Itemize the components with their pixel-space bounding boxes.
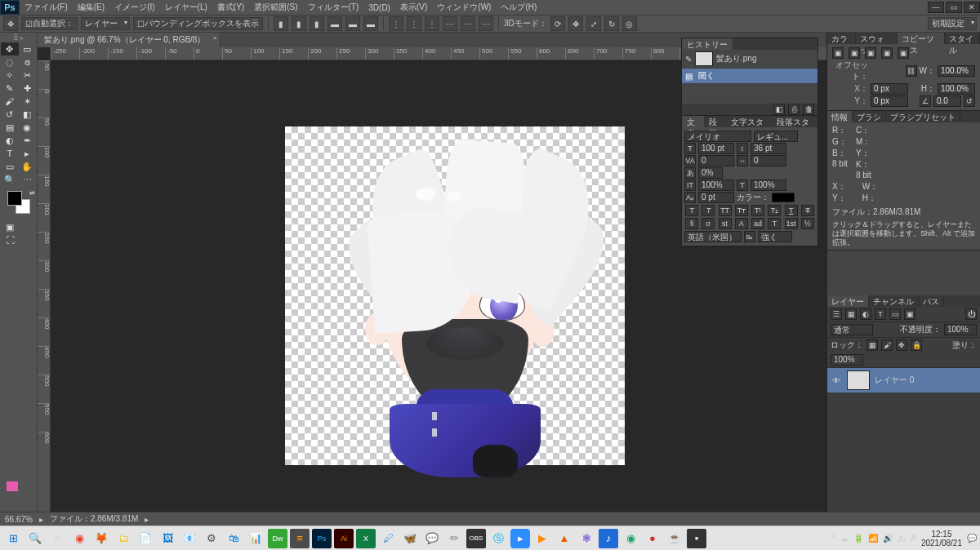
color-swatches[interactable]: ⇄ <box>7 191 32 215</box>
zoom-arrow-icon[interactable]: ▸ <box>39 515 43 524</box>
baseline-input[interactable]: 0 pt <box>698 192 734 203</box>
menu-layer[interactable]: レイヤー(L) <box>160 0 212 15</box>
antialias-select[interactable]: 強く <box>758 231 792 242</box>
hand-tool[interactable]: ✋ <box>19 160 37 173</box>
menu-window[interactable]: ウィンドウ(W) <box>432 0 496 15</box>
maximize-button[interactable]: ▭ <box>946 2 962 13</box>
mode3d-camera-icon[interactable]: ◎ <box>622 16 637 31</box>
filter-smart-icon[interactable]: ▣ <box>904 308 915 320</box>
channels-tab[interactable]: チャンネル <box>869 295 919 307</box>
layer-name[interactable]: レイヤー 0 <box>875 375 914 386</box>
outlook-icon[interactable]: 📧 <box>180 529 199 548</box>
brush-preset-tab[interactable]: ブラシプリセット <box>886 111 960 122</box>
paths-tab[interactable]: パス <box>919 295 944 307</box>
fill-input[interactable]: 100% <box>831 354 863 366</box>
auto-select-target-select[interactable]: レイヤー <box>81 17 130 30</box>
tray-cloud-icon[interactable]: ☁ <box>840 534 849 543</box>
app-icon-4[interactable]: ❃ <box>577 529 596 548</box>
menu-file[interactable]: ファイル(F) <box>20 0 73 15</box>
foreground-swatch[interactable] <box>7 191 22 206</box>
layer-filter-kind-icon[interactable]: ☰ <box>831 308 842 320</box>
history-tab[interactable]: ヒストリー <box>682 38 733 50</box>
filter-type-icon[interactable]: T <box>875 308 886 320</box>
clone-tool[interactable]: ✶ <box>19 95 37 108</box>
distribute-h2-icon[interactable]: ⋮ <box>407 16 421 31</box>
menu-type[interactable]: 書式(Y) <box>212 0 249 15</box>
align-vcenter-icon[interactable]: ▬ <box>345 16 360 31</box>
history-document-row[interactable]: ✎ 髪あり.png <box>682 50 817 69</box>
menu-edit[interactable]: 編集(E) <box>73 0 109 15</box>
move-tool[interactable]: ✥ <box>1 42 19 55</box>
mode3d-pan-icon[interactable]: ✥ <box>568 16 583 31</box>
lock-transparency-icon[interactable]: ▦ <box>866 339 878 351</box>
pen-tool[interactable]: ✒ <box>19 134 37 147</box>
menu-view[interactable]: 表示(V) <box>395 0 432 15</box>
ruler-vertical[interactable]: -50050100150200250300350400450500550600 <box>38 60 51 512</box>
menu-image[interactable]: イメージ(I) <box>109 0 159 15</box>
menu-3d[interactable]: 3D(D) <box>363 2 395 14</box>
file-info-arrow-icon[interactable]: ▸ <box>145 515 149 524</box>
blend-mode-select[interactable]: 通常 <box>831 324 873 335</box>
font-size-input[interactable]: 100 pt <box>698 143 734 154</box>
cortana-icon[interactable]: ○ <box>47 529 67 548</box>
photoshop-taskbar-icon[interactable]: Ps <box>312 529 332 548</box>
app-icon-5[interactable]: ◉ <box>621 529 640 548</box>
eyedropper-tool[interactable]: ✎ <box>1 82 19 95</box>
explorer-icon[interactable]: 🗂 <box>114 529 133 548</box>
zoom-tool[interactable]: 🔍 <box>1 173 19 186</box>
file-info-readout[interactable]: ファイル：2.86M/3.81M <box>50 513 138 525</box>
tracking-input[interactable]: 0 <box>751 155 786 166</box>
align-right-icon[interactable]: ▮ <box>310 16 324 31</box>
illustrator-icon[interactable]: Ai <box>334 529 354 548</box>
quickmask-toggle[interactable]: ▣ <box>1 220 19 233</box>
tray-chevron-icon[interactable]: ^ <box>832 534 836 543</box>
color-tab[interactable]: カラー <box>827 33 856 44</box>
text-color-swatch[interactable] <box>772 193 795 202</box>
underline-button[interactable]: T <box>785 205 798 216</box>
align-hcenter-icon[interactable]: ▮ <box>292 16 306 31</box>
sublime-icon[interactable]: ≡ <box>290 529 310 548</box>
mode3d-orbit-icon[interactable]: ⟳ <box>550 16 565 31</box>
screenmode-toggle[interactable]: ⛶ <box>1 233 19 246</box>
lasso-tool[interactable]: ɞ <box>19 55 37 69</box>
magic-wand-tool[interactable]: ✧ <box>1 69 19 82</box>
tray-input-icon[interactable]: A <box>911 534 916 543</box>
strikethrough-button[interactable]: T <box>801 205 814 216</box>
workspace-switcher[interactable]: 初期設定 <box>928 17 977 30</box>
lock-position-icon[interactable]: ✥ <box>896 339 907 351</box>
char-tab[interactable]: 文字 <box>682 116 704 127</box>
app-icon-6[interactable]: ☕ <box>665 529 684 548</box>
auto-select-checkbox[interactable]: ☑ 自動選択： <box>21 17 78 30</box>
visibility-toggle-icon[interactable]: 👁 <box>831 375 842 386</box>
brush-tab[interactable]: ブラシ <box>853 111 886 122</box>
excel-icon[interactable]: X <box>356 529 376 548</box>
tray-ime-icon[interactable]: あ <box>898 533 906 544</box>
align-left-icon[interactable]: ▮ <box>274 16 288 31</box>
history-brush-tool[interactable]: ↺ <box>1 108 19 121</box>
ot-stylistic-button[interactable]: ad <box>751 218 764 229</box>
menu-select[interactable]: 選択範囲(S) <box>249 0 302 15</box>
ot-titling-button[interactable]: T <box>768 218 781 229</box>
distribute-v3-icon[interactable]: ⋯ <box>479 16 493 31</box>
obs-icon[interactable]: OBS <box>466 529 486 548</box>
menu-filter[interactable]: フィルター(T) <box>303 0 364 15</box>
minimize-button[interactable]: — <box>928 2 944 13</box>
chrome-icon[interactable]: ◉ <box>69 529 89 548</box>
settings-icon[interactable]: ⚙ <box>202 529 221 548</box>
show-bbox-checkbox[interactable]: ☐ バウンディングボックスを表示 <box>133 17 263 30</box>
history-panel[interactable]: ヒストリー ✎ 髪あり.png ▤ 開く ◧ ⎙ 🗑 <box>681 38 818 116</box>
edit-toolbar[interactable]: ⋯ <box>19 173 37 186</box>
close-button[interactable]: ✕ <box>964 2 980 13</box>
style-tab[interactable]: スタイル <box>945 33 980 44</box>
layer-row-0[interactable]: 👁 レイヤー 0 <box>827 368 980 393</box>
w-input[interactable]: 100.0% <box>938 65 975 77</box>
gradient-tool[interactable]: ▤ <box>1 121 19 134</box>
tools-grip[interactable]: ≣ ▸ <box>1 34 36 41</box>
swatch-tab[interactable]: スウォッチ <box>856 33 898 44</box>
history-step-row[interactable]: ▤ 開く <box>682 69 817 84</box>
notepad-icon[interactable]: 📄 <box>136 529 155 548</box>
link-wh-icon[interactable]: ⛓ <box>906 65 917 77</box>
vlc-icon[interactable]: ▲ <box>555 529 574 548</box>
align-top-icon[interactable]: ▬ <box>327 16 342 31</box>
clone-src-5-icon[interactable]: ▣ <box>898 47 909 59</box>
